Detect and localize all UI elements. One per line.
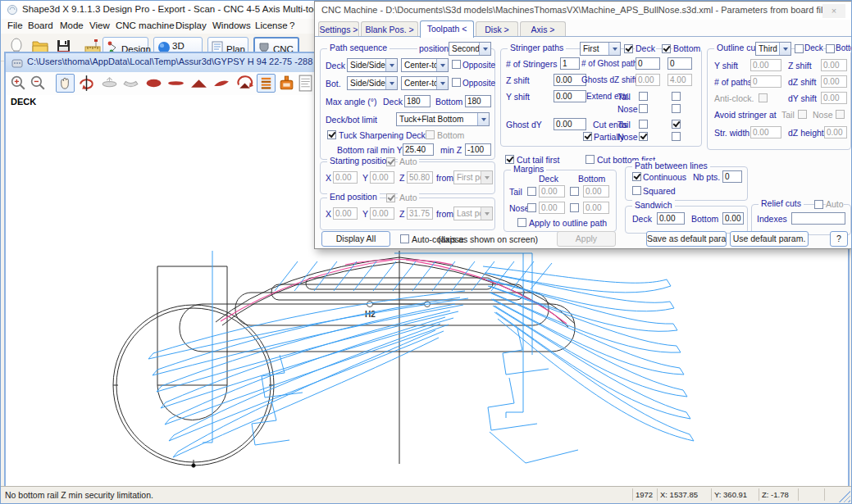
start-from-dropdown[interactable]: First point: [453, 170, 493, 184]
max-angle-deck-field[interactable]: 180: [404, 95, 431, 107]
zoom-out-icon[interactable]: [29, 74, 48, 93]
margin-nose-bottom-field[interactable]: 0.00: [583, 202, 609, 214]
cut-ends-nose-bottom-checkbox[interactable]: [672, 132, 681, 141]
use-default-button[interactable]: Use default param.: [730, 231, 809, 247]
help-button[interactable]: ?: [830, 231, 848, 247]
display-all-button[interactable]: Display All: [321, 231, 390, 247]
squared-checkbox[interactable]: [632, 186, 641, 195]
tab-disk[interactable]: Disk >: [476, 21, 518, 37]
indexes-field[interactable]: [791, 212, 845, 225]
starting-auto-checkbox[interactable]: [386, 157, 395, 166]
anti-clock-checkbox[interactable]: [759, 93, 768, 102]
menu-cnc-machine[interactable]: CNC machine: [116, 20, 175, 30]
outline-dy-field[interactable]: 0.00: [821, 92, 847, 104]
outline-view-icon[interactable]: [144, 74, 163, 93]
start-z-field[interactable]: 50.80: [407, 171, 433, 184]
ghost-paths-bottom-field[interactable]: 0: [667, 57, 692, 70]
outline-dz-field[interactable]: 0.00: [821, 75, 847, 88]
bot-mode-dropdown[interactable]: Side/Side: [347, 76, 398, 90]
ghost-paths-deck-field[interactable]: 0: [636, 57, 660, 70]
rotate-view-icon[interactable]: [77, 74, 96, 93]
tab-axis[interactable]: Axis >: [520, 21, 566, 37]
cut-ends-nose-deck-checkbox[interactable]: [639, 132, 648, 141]
menu-board[interactable]: Board: [28, 20, 53, 30]
end-y-field[interactable]: 0.00: [370, 207, 394, 220]
ghosts-dz-bottom-field[interactable]: 4.00: [667, 74, 692, 86]
extend-tail-bottom-checkbox[interactable]: [672, 92, 681, 101]
dz-height-field[interactable]: 0.00: [824, 126, 847, 138]
nb-pts-field[interactable]: 0: [722, 170, 742, 183]
menu-file[interactable]: File: [7, 20, 23, 30]
flip-board-icon[interactable]: [121, 74, 140, 93]
move-board-icon[interactable]: [100, 74, 119, 93]
end-z-field[interactable]: 31.75: [407, 207, 433, 220]
margin-tail-bottom-field[interactable]: 0.00: [583, 185, 609, 198]
tab-blank-pos[interactable]: Blank Pos. >: [361, 21, 418, 37]
cut-ends-tail-deck-checkbox[interactable]: [639, 120, 648, 129]
pan-hand-icon[interactable]: [56, 74, 75, 93]
outline-z-shift-field[interactable]: 0.00: [821, 59, 847, 71]
cut-ends-tail-bottom-checkbox[interactable]: [672, 120, 681, 129]
position-dropdown[interactable]: Second: [449, 42, 491, 56]
num-stringers-field[interactable]: 1: [560, 57, 580, 70]
bot-opposite-checkbox[interactable]: [452, 78, 461, 87]
tuck-bottom-checkbox[interactable]: [426, 130, 435, 139]
menu-display[interactable]: Display: [175, 20, 207, 30]
end-from-dropdown[interactable]: Last point: [453, 207, 493, 220]
cut-tail-first-checkbox[interactable]: [505, 155, 514, 164]
sandwich-bottom-field[interactable]: 0.00: [722, 212, 744, 225]
end-x-field[interactable]: 0.00: [333, 207, 358, 220]
zoom-in-icon[interactable]: [9, 74, 28, 93]
outline-bottom-checkbox[interactable]: [826, 44, 835, 53]
resize-grip[interactable]: [839, 491, 850, 502]
margin-tail-deck-checkbox[interactable]: [527, 187, 536, 196]
max-angle-bottom-field[interactable]: 180: [465, 95, 491, 107]
close-icon[interactable]: ×: [822, 4, 845, 18]
stringer-order-dropdown[interactable]: First: [580, 42, 621, 56]
extend-nose-bottom-checkbox[interactable]: [672, 104, 681, 113]
machine-sim-icon[interactable]: [277, 74, 296, 93]
margin-nose-deck-checkbox[interactable]: [527, 203, 536, 212]
y-shift-field[interactable]: 0.00: [554, 90, 586, 102]
margin-nose-bottom-checkbox[interactable]: [570, 203, 579, 212]
outline-deck-checkbox[interactable]: [795, 44, 804, 53]
partially-checkbox[interactable]: [583, 132, 592, 141]
save-default-button[interactable]: Save as default param.: [646, 231, 727, 247]
margin-nose-deck-field[interactable]: 0.00: [539, 202, 565, 214]
stringer-bottom-checkbox[interactable]: [662, 44, 671, 53]
avoid-tail-checkbox[interactable]: [798, 110, 807, 119]
ghosts-dz-deck-field[interactable]: 0.00: [636, 74, 660, 86]
apply-button[interactable]: Apply: [557, 231, 616, 247]
outline-y-shift-field[interactable]: 0.00: [750, 59, 781, 71]
menu-windows[interactable]: Windows: [212, 20, 251, 30]
str-width-field[interactable]: 0.00: [750, 126, 781, 138]
margin-tail-deck-field[interactable]: 0.00: [539, 185, 565, 198]
bottom-rail-min-y-field[interactable]: 25.40: [403, 143, 434, 156]
menu-mode[interactable]: Mode: [60, 20, 84, 30]
deck-opposite-checkbox[interactable]: [452, 60, 461, 69]
menu-help[interactable]: ?: [289, 20, 294, 30]
continuous-checkbox[interactable]: [632, 172, 641, 181]
section-view-icon[interactable]: [189, 74, 208, 93]
extend-tail-deck-checkbox[interactable]: [639, 92, 648, 101]
tab-toolpath[interactable]: Toolpath <: [420, 20, 474, 38]
toolpath-lines-icon[interactable]: [257, 74, 276, 93]
deck-mode-dropdown[interactable]: Side/Side: [347, 58, 398, 72]
extend-nose-deck-checkbox[interactable]: [639, 104, 648, 113]
profile-view-icon[interactable]: [166, 74, 185, 93]
tab-settings[interactable]: Settings >: [318, 21, 359, 37]
start-x-field[interactable]: 0.00: [333, 171, 358, 184]
menu-license[interactable]: License: [255, 20, 288, 30]
end-auto-checkbox[interactable]: [386, 193, 395, 202]
outline-paths-field[interactable]: 0: [750, 75, 781, 88]
stringer-deck-checkbox[interactable]: [624, 44, 633, 53]
deck-bot-limit-dropdown[interactable]: Tuck+Flat Bottom: [396, 112, 490, 126]
min-z-field[interactable]: -100: [465, 143, 491, 156]
avoid-nose-checkbox[interactable]: [836, 110, 845, 119]
ghost-dy-field[interactable]: 0.00: [554, 118, 586, 130]
cut-bottom-first-checkbox[interactable]: [585, 155, 595, 164]
outline-order-dropdown[interactable]: Third: [755, 42, 791, 56]
sandwich-deck-field[interactable]: 0.00: [657, 212, 685, 225]
perspective-view-icon[interactable]: [212, 74, 230, 93]
rotate-board-icon[interactable]: [235, 74, 254, 93]
